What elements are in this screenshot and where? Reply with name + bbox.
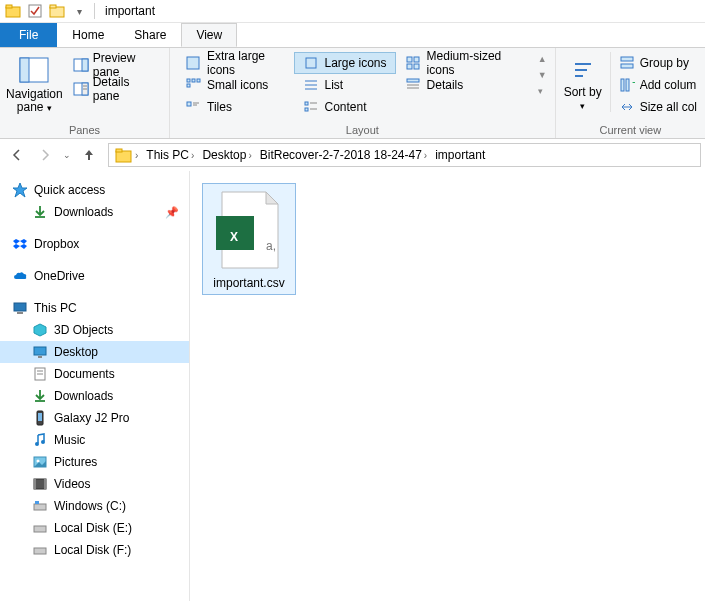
pictures-icon	[32, 454, 48, 470]
tab-view[interactable]: View	[181, 23, 237, 47]
tree-dropbox[interactable]: Dropbox	[0, 233, 189, 255]
desktop-icon	[32, 344, 48, 360]
star-icon	[12, 182, 28, 198]
svg-rect-69	[34, 479, 36, 489]
svg-rect-34	[305, 108, 308, 111]
layout-medium[interactable]: Medium-sized icons	[396, 52, 530, 74]
tree-desktop[interactable]: Desktop	[0, 341, 189, 363]
tree-downloads[interactable]: Downloads	[0, 385, 189, 407]
drive-icon	[32, 520, 48, 536]
svg-rect-72	[35, 501, 39, 504]
tree-drive-c[interactable]: Windows (C:)	[0, 495, 189, 517]
sort-by-button[interactable]: Sort by ▾	[562, 52, 604, 112]
svg-rect-8	[82, 59, 88, 71]
qat-checkbox-icon[interactable]	[26, 2, 44, 20]
layout-content[interactable]: Content	[294, 96, 396, 118]
panes-group-label: Panes	[69, 122, 100, 136]
layout-extra-large[interactable]: Extra large icons	[176, 52, 294, 74]
details-pane-icon	[73, 81, 89, 97]
tiles-icon	[185, 99, 201, 115]
file-list[interactable]: X a, important.csv	[190, 171, 705, 601]
title-bar: ▾ important	[0, 0, 705, 23]
folder-icon	[4, 2, 22, 20]
svg-rect-63	[38, 413, 42, 421]
layout-tiles[interactable]: Tiles	[176, 96, 294, 118]
navigation-tree: Quick access Downloads📌 Dropbox OneDrive…	[0, 171, 190, 601]
tree-galaxy[interactable]: Galaxy J2 Pro	[0, 407, 189, 429]
svg-rect-18	[414, 64, 419, 69]
tree-videos[interactable]: Videos	[0, 473, 189, 495]
ribbon: Navigation pane ▾ Preview pane Details p…	[0, 47, 705, 139]
current-view-group-label: Current view	[599, 122, 661, 136]
videos-icon	[32, 476, 48, 492]
breadcrumb-important[interactable]: important	[431, 144, 489, 166]
qat-dropdown-icon[interactable]: ▾	[70, 2, 88, 20]
layout-scroll-up-icon[interactable]: ▲	[538, 54, 547, 64]
large-icons-icon	[303, 55, 319, 71]
list-icon	[303, 77, 319, 93]
address-box[interactable]: › This PC› Desktop› BitRecover-2-7-2018 …	[108, 143, 701, 167]
tree-onedrive[interactable]: OneDrive	[0, 265, 189, 287]
svg-rect-54	[17, 312, 23, 314]
nav-up-button[interactable]	[76, 142, 102, 168]
file-name-label: important.csv	[213, 276, 284, 290]
tree-qa-downloads[interactable]: Downloads📌	[0, 201, 189, 223]
svg-rect-2	[29, 5, 41, 17]
svg-rect-71	[34, 504, 46, 510]
tree-music[interactable]: Music	[0, 429, 189, 451]
nav-forward-button[interactable]	[32, 142, 58, 168]
ribbon-tabs: File Home Share View	[0, 23, 705, 47]
layout-group-label: Layout	[346, 122, 379, 136]
nav-recent-dropdown[interactable]: ⌄	[60, 142, 74, 168]
drive-icon	[32, 498, 48, 514]
svg-rect-6	[20, 58, 29, 82]
tree-pictures[interactable]: Pictures	[0, 451, 189, 473]
tab-share[interactable]: Share	[119, 23, 181, 47]
navigation-pane-icon	[18, 54, 50, 86]
phone-icon	[32, 410, 48, 426]
group-by-icon	[619, 55, 635, 71]
onedrive-icon	[12, 268, 28, 284]
svg-rect-20	[192, 79, 195, 82]
tree-documents[interactable]: Documents	[0, 363, 189, 385]
pin-icon: 📌	[165, 206, 179, 219]
svg-rect-19	[187, 79, 190, 82]
layout-large[interactable]: Large icons	[294, 52, 396, 74]
download-icon	[32, 388, 48, 404]
file-item-important-csv[interactable]: X a, important.csv	[202, 183, 296, 295]
details-icon	[405, 77, 421, 93]
svg-rect-4	[50, 5, 56, 8]
svg-marker-55	[34, 324, 46, 336]
nav-back-button[interactable]	[4, 142, 30, 168]
layout-small[interactable]: Small icons	[176, 74, 294, 96]
tree-quick-access[interactable]: Quick access	[0, 179, 189, 201]
tree-drive-e[interactable]: Local Disk (E:)	[0, 517, 189, 539]
tree-this-pc[interactable]: This PC	[0, 297, 189, 319]
add-columns-button[interactable]: +Add colum	[617, 74, 699, 96]
breadcrumb-folder-icon[interactable]: ›	[111, 144, 142, 166]
small-icons-icon	[185, 77, 201, 93]
main-area: Quick access Downloads📌 Dropbox OneDrive…	[0, 171, 705, 601]
dropbox-icon	[12, 236, 28, 252]
tab-file[interactable]: File	[0, 23, 57, 47]
tree-3d-objects[interactable]: 3D Objects	[0, 319, 189, 341]
preview-pane-button[interactable]: Preview pane	[69, 54, 163, 76]
layout-list[interactable]: List	[294, 74, 396, 96]
this-pc-icon	[12, 300, 28, 316]
svg-marker-76	[266, 192, 278, 204]
breadcrumb-bitrecover[interactable]: BitRecover-2-7-2018 18-24-47›	[256, 144, 431, 166]
navigation-pane-button[interactable]: Navigation pane ▾	[6, 52, 63, 114]
size-all-columns-button[interactable]: Size all col	[617, 96, 699, 118]
layout-details[interactable]: Details	[396, 74, 530, 96]
tree-drive-f[interactable]: Local Disk (F:)	[0, 539, 189, 561]
breadcrumb-desktop[interactable]: Desktop›	[198, 144, 255, 166]
details-pane-button[interactable]: Details pane	[69, 78, 163, 100]
layout-scroll-down-icon[interactable]: ▼	[538, 70, 547, 80]
svg-rect-53	[14, 303, 26, 311]
breadcrumb-this-pc[interactable]: This PC›	[142, 144, 198, 166]
layout-expand-icon[interactable]: ▾	[538, 86, 547, 96]
tab-home[interactable]: Home	[57, 23, 119, 47]
drive-icon	[32, 542, 48, 558]
extra-large-icons-icon	[185, 55, 201, 71]
group-by-button[interactable]: Group by	[617, 52, 699, 74]
